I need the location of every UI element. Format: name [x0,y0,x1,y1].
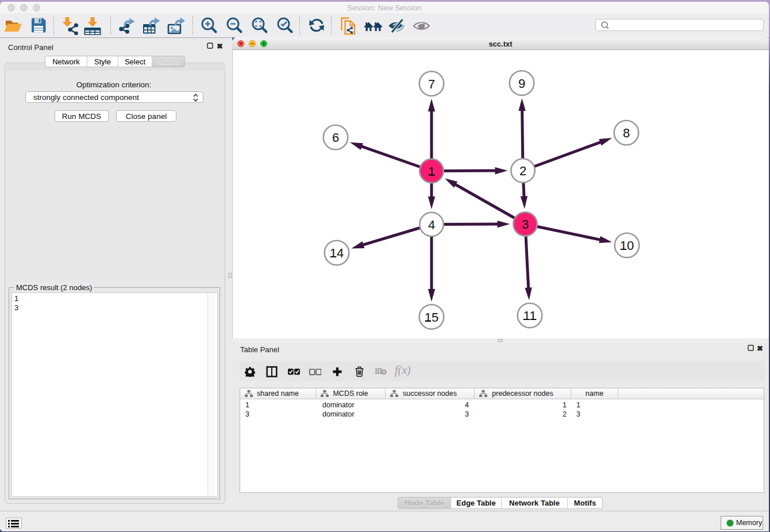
svg-text:9: 9 [518,76,525,91]
svg-text:15: 15 [425,310,438,325]
svg-text:3: 3 [522,217,529,232]
svg-text:4: 4 [428,218,435,232]
svg-text:14: 14 [330,246,344,260]
svg-text:2: 2 [519,164,526,178]
svg-text:7: 7 [428,77,435,91]
svg-text:8: 8 [623,126,630,140]
svg-text:1: 1 [428,164,435,179]
svg-text:10: 10 [620,238,634,253]
svg-text:11: 11 [523,309,537,323]
svg-text:6: 6 [332,130,339,145]
